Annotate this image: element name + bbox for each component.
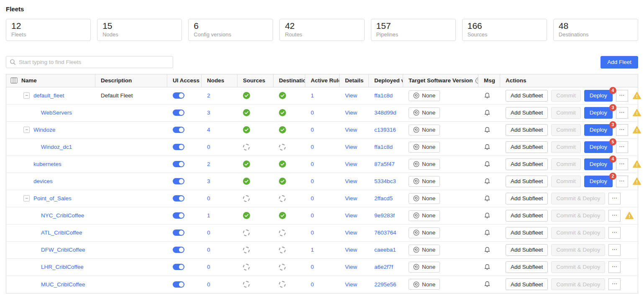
add-subfleet-button[interactable]: Add Subfleet <box>506 193 548 204</box>
deployed-version-link[interactable]: 5334bc3 <box>374 178 396 184</box>
commit-button[interactable]: Commit <box>551 90 581 102</box>
column-header-description[interactable]: Description <box>95 74 167 87</box>
ui-access-toggle[interactable] <box>173 144 184 150</box>
notification-bell-icon[interactable] <box>484 195 491 202</box>
details-view-link[interactable]: View <box>345 230 357 236</box>
ui-access-toggle[interactable] <box>173 230 184 236</box>
details-view-link[interactable]: View <box>345 144 357 150</box>
deployed-version-link[interactable]: a6e2f7f <box>374 264 393 270</box>
fleet-name-link[interactable]: MUC_CriblCoffee <box>41 281 85 288</box>
commit-deploy-button[interactable]: Commit & Deploy <box>551 193 605 204</box>
add-subfleet-button[interactable]: Add Subfleet <box>506 278 548 290</box>
add-fleet-button[interactable]: Add Fleet <box>601 56 638 69</box>
target-version-button[interactable]: None <box>409 159 440 170</box>
fleet-name-link[interactable]: devices <box>33 178 53 184</box>
warning-icon[interactable] <box>633 92 641 99</box>
deployed-version-link[interactable]: 2ffacd5 <box>374 195 393 201</box>
column-label[interactable]: Name <box>21 77 37 84</box>
nodes-count-link[interactable]: 4 <box>207 127 210 133</box>
deploy-button-inner[interactable]: Deploy <box>584 124 613 136</box>
ui-access-toggle[interactable] <box>173 281 184 288</box>
target-version-button[interactable]: None <box>409 193 440 204</box>
column-header-destinations[interactable]: Destinations <box>273 74 305 87</box>
target-version-button[interactable]: None <box>409 90 440 101</box>
details-view-link[interactable]: View <box>345 247 357 253</box>
target-version-button[interactable]: None <box>409 210 440 221</box>
details-view-link[interactable]: View <box>345 92 357 99</box>
add-subfleet-button[interactable]: Add Subfleet <box>506 261 548 273</box>
column-header-sources[interactable]: Sources <box>237 74 273 87</box>
target-version-button[interactable]: None <box>409 107 440 118</box>
nodes-count-link[interactable]: 2 <box>207 92 210 99</box>
add-subfleet-button[interactable]: Add Subfleet <box>506 141 548 153</box>
commit-deploy-button[interactable]: Commit & Deploy <box>551 278 605 290</box>
ui-access-toggle[interactable] <box>173 195 184 201</box>
notification-bell-icon[interactable] <box>484 212 491 219</box>
commit-button[interactable]: Commit <box>551 158 581 170</box>
nodes-count-link[interactable]: 0 <box>207 264 210 270</box>
add-subfleet-button[interactable]: Add Subfleet <box>506 124 548 136</box>
details-view-link[interactable]: View <box>345 161 357 167</box>
active-rules-link[interactable]: 0 <box>311 195 314 201</box>
nodes-count-link[interactable]: 0 <box>207 230 210 236</box>
column-header-msg[interactable]: Msg <box>478 74 500 87</box>
add-subfleet-button[interactable]: Add Subfleet <box>506 176 548 187</box>
more-actions-button[interactable] <box>616 176 628 187</box>
deployed-version-link[interactable]: 7603764 <box>374 230 396 236</box>
target-version-button[interactable]: None <box>409 142 440 153</box>
nodes-count-link[interactable]: 1 <box>207 212 210 219</box>
notification-bell-icon[interactable] <box>484 127 491 133</box>
nodes-count-link[interactable]: 0 <box>207 247 210 253</box>
column-header-nodes[interactable]: Nodes <box>201 74 237 87</box>
fleet-name-link[interactable]: Windoze <box>33 127 56 133</box>
search-input[interactable] <box>6 56 173 68</box>
nodes-count-link[interactable]: 3 <box>207 110 210 116</box>
ui-access-toggle[interactable] <box>173 264 184 270</box>
deployed-version-link[interactable]: 348d99d <box>374 110 396 116</box>
warning-icon[interactable] <box>633 177 641 185</box>
ui-access-toggle[interactable] <box>173 247 184 253</box>
active-rules-link[interactable]: 0 <box>311 212 314 219</box>
fleet-name-link[interactable]: Windoz_dc1 <box>41 144 72 150</box>
column-header-active-rules[interactable]: Active Rules <box>305 74 339 87</box>
notification-bell-icon[interactable] <box>484 161 491 168</box>
collapse-toggle[interactable] <box>23 127 30 133</box>
deploy-button-inner[interactable]: Deploy <box>584 90 613 102</box>
deployed-version-link[interactable]: ffa1c8d <box>374 144 393 150</box>
nodes-count-link[interactable]: 2 <box>207 161 210 167</box>
ui-access-toggle[interactable] <box>173 92 184 99</box>
more-actions-button[interactable] <box>616 90 628 102</box>
details-view-link[interactable]: View <box>345 110 357 116</box>
notification-bell-icon[interactable] <box>484 144 491 150</box>
nodes-count-link[interactable]: 3 <box>207 178 210 184</box>
fleet-name-link[interactable]: Point_of_Sales <box>33 195 72 201</box>
more-actions-button[interactable] <box>616 124 628 136</box>
commit-deploy-button[interactable]: Commit & Deploy <box>551 210 605 222</box>
target-version-button[interactable]: None <box>409 125 440 135</box>
ui-access-toggle[interactable] <box>173 127 184 133</box>
fleet-name-link[interactable]: WebServers <box>41 110 72 116</box>
more-actions-button[interactable] <box>608 227 621 239</box>
notification-bell-icon[interactable] <box>484 92 491 99</box>
deploy-button-inner[interactable]: Deploy <box>584 176 613 187</box>
more-actions-button[interactable] <box>608 244 621 256</box>
deployed-version-link[interactable]: c139316 <box>374 127 396 133</box>
active-rules-link[interactable]: 0 <box>311 281 314 288</box>
deploy-button-inner[interactable]: Deploy <box>584 107 613 119</box>
ui-access-toggle[interactable] <box>173 110 184 116</box>
fleet-name-link[interactable]: ATL_CriblCoffee <box>41 230 82 236</box>
details-view-link[interactable]: View <box>345 264 357 270</box>
target-version-button[interactable]: None <box>409 262 440 273</box>
target-version-button[interactable]: None <box>409 279 440 290</box>
active-rules-link[interactable]: 1 <box>311 247 314 253</box>
ui-access-toggle[interactable] <box>173 178 184 184</box>
add-subfleet-button[interactable]: Add Subfleet <box>506 158 548 170</box>
add-subfleet-button[interactable]: Add Subfleet <box>506 227 548 239</box>
ui-access-toggle[interactable] <box>173 212 184 219</box>
more-actions-button[interactable] <box>608 193 621 204</box>
target-version-button[interactable]: None <box>409 227 440 238</box>
details-view-link[interactable]: View <box>345 212 357 219</box>
commit-button[interactable]: Commit <box>551 124 581 136</box>
column-header-target-software-version[interactable]: Target Software Version <box>403 74 478 87</box>
warning-icon[interactable] <box>625 212 634 219</box>
